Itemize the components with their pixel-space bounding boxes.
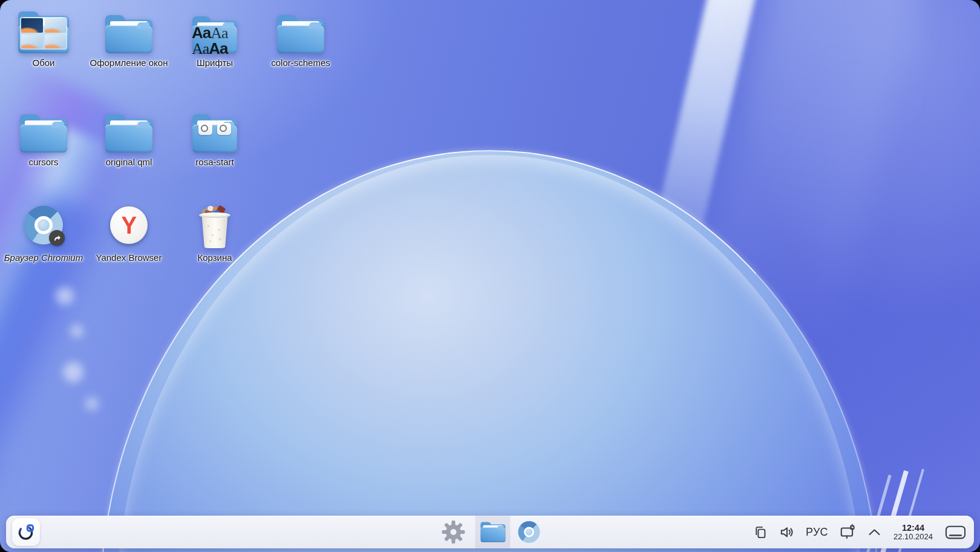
- clipboard-icon[interactable]: [752, 524, 768, 540]
- folder-icon: [105, 114, 152, 153]
- clock[interactable]: 12:44 22.10.2024: [893, 523, 933, 542]
- desktop-icon-shrifty[interactable]: AaAa AaAa Шрифты: [172, 5, 257, 68]
- yandex-browser-icon: Y: [110, 206, 148, 244]
- folder-icon: [480, 522, 505, 542]
- taskbar-panel: РУС 12:44 22.10.2024: [6, 516, 974, 548]
- rosa-logo-icon: [16, 522, 36, 542]
- chromium-task[interactable]: [518, 521, 540, 543]
- icon-label: Корзина: [197, 252, 232, 263]
- chromium-icon: [24, 206, 63, 245]
- desktop-icon-yandex-browser[interactable]: Y Yandex Browser: [87, 202, 171, 263]
- icon-label: Оформление окон: [90, 58, 168, 68]
- gear-icon: [442, 520, 466, 544]
- wallpaper-bokeh: [63, 362, 83, 383]
- desktop-icon-rosa-start[interactable]: rosa-start: [172, 104, 257, 168]
- icon-label: Браузер Chromium: [4, 252, 83, 263]
- fonts-folder-icon: AaAa AaAa: [192, 16, 237, 53]
- desktop-icon-oboi[interactable]: Обои: [1, 5, 86, 68]
- icon-label: Обои: [33, 58, 55, 68]
- shortcut-arrow-badge: [49, 230, 65, 246]
- desktop-icon-cursors[interactable]: cursors: [1, 104, 86, 168]
- show-desktop-button[interactable]: [944, 524, 967, 541]
- system-settings-task[interactable]: [440, 520, 467, 544]
- icon-label: Шрифты: [197, 58, 233, 68]
- icon-label: color-schemes: [271, 58, 330, 68]
- icon-label: original qml: [106, 157, 152, 168]
- file-preview-badges: [198, 123, 231, 135]
- folder-icon: [277, 15, 324, 53]
- date-text: 22.10.2024: [893, 533, 933, 542]
- folder-icon: [20, 114, 67, 153]
- wallpaper-bokeh: [85, 396, 99, 411]
- trash-full-icon: [197, 205, 233, 248]
- volume-icon[interactable]: [779, 524, 795, 540]
- desktop-icon-trash[interactable]: Корзина: [172, 202, 257, 263]
- system-tray: РУС 12:44 22.10.2024: [752, 516, 967, 548]
- file-manager-task-active[interactable]: [475, 516, 511, 548]
- desktop-icon-oformlenie-okon[interactable]: Оформление окон: [87, 5, 171, 68]
- display-icon[interactable]: [838, 524, 857, 540]
- time-text: 12:44: [902, 523, 924, 533]
- desktop-screen: Обои Оформление окон AaAa AaAa Шрифты co…: [0, 0, 980, 552]
- icon-label: Yandex Browser: [96, 252, 162, 263]
- wallpaper-bokeh: [56, 287, 74, 305]
- chevron-up-icon[interactable]: [867, 526, 882, 538]
- icon-label: rosa-start: [195, 157, 234, 168]
- wallpaper-previews: [20, 17, 67, 50]
- wallpaper-bokeh: [70, 324, 83, 338]
- wallpapers-folder-icon: [18, 11, 69, 53]
- taskbar-center: [440, 516, 540, 548]
- chromium-icon: [518, 521, 540, 543]
- desktop-icon-chromium[interactable]: Браузер Chromium: [1, 202, 86, 263]
- folder-icon: [192, 114, 237, 153]
- desktop-icon-color-schemes[interactable]: color-schemes: [258, 5, 343, 68]
- app-launcher-button[interactable]: [12, 518, 40, 546]
- keyboard-layout-indicator[interactable]: РУС: [806, 526, 828, 539]
- folder-icon: [105, 15, 152, 53]
- desktop-icon-original-qml[interactable]: original qml: [87, 104, 171, 168]
- font-preview-glyphs: AaAa AaAa: [192, 25, 228, 56]
- icon-label: cursors: [28, 157, 58, 168]
